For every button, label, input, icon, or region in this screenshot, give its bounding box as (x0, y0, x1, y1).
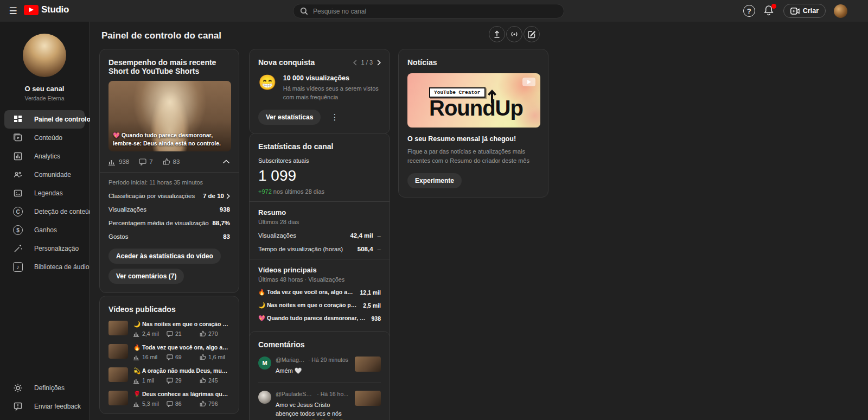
collapse-chevron-up-icon[interactable] (222, 160, 230, 164)
summary-value: 42,4 mil (350, 232, 373, 239)
summary-row: Visualizações 42,4 mil – (258, 232, 381, 239)
top-videos-subtitle: Últimas 48 horas · Visualizações (258, 276, 381, 283)
sidebar-item-content[interactable]: Conteúdo (0, 129, 89, 147)
sidebar-item-label: Painel de controlo (34, 116, 91, 123)
hamburger-menu-icon[interactable]: ☰ (7, 4, 20, 17)
kebab-menu-icon[interactable]: ⋮ (330, 112, 339, 122)
video-comments: 69 (175, 354, 182, 360)
commenter-avatar: M (258, 357, 271, 370)
sidebar-item-send-feedback[interactable]: Enviar feedback (0, 397, 89, 416)
sidebar-item-copyright[interactable]: C Deteção de conteúdo (0, 202, 89, 221)
video-title: 🔥 Toda vez que você ora, algo acontece n… (133, 344, 230, 351)
stat-label: Percentagem média de visualização (108, 220, 209, 226)
views-chart-icon (133, 401, 140, 407)
video-likes: 796 (208, 400, 218, 407)
sidebar-item-label: Deteção de conteúdo (34, 208, 96, 215)
comment-video-thumbnail (355, 357, 381, 372)
video-analytics-button[interactable]: Aceder às estatísticas do vídeo (108, 249, 221, 264)
sidebar-item-earnings[interactable]: $ Ganhos (0, 221, 89, 239)
search-input[interactable] (313, 8, 557, 15)
comment-author: @PauladeSouzaSilva-w... (276, 391, 314, 397)
trend-dash: – (378, 246, 381, 252)
channel-avatar[interactable] (23, 34, 66, 77)
subscribers-delta: +972 (258, 188, 272, 195)
notifications-bell-icon[interactable] (763, 4, 775, 17)
pager-next-icon[interactable] (377, 60, 381, 66)
video-title: 🌙 Nas noites em que o coração pesa, Deus… (133, 321, 230, 328)
summary-row: Tempo de visualização (horas) 508,4 – (258, 246, 381, 252)
chevron-right-icon (226, 193, 230, 199)
top-video-row[interactable]: 🌙 Nas noites em que o coração pesa, Deus… (258, 302, 381, 309)
sidebar-item-audio-library[interactable]: ♪ Biblioteca de áudio (0, 258, 89, 276)
video-likes: 245 (208, 377, 218, 384)
top-video-row[interactable]: 🔥 Toda vez que você ora, algo acontece n… (258, 289, 381, 296)
sidebar-item-label: Definições (34, 384, 65, 392)
top-video-views: 2,5 mil (363, 302, 381, 309)
likes-icon (200, 400, 206, 407)
sidebar-item-analytics[interactable]: Analytics (0, 147, 89, 166)
stat-value: 7 de 10 (203, 193, 224, 199)
stat-label: Visualizações (108, 206, 146, 213)
published-video-row[interactable]: 🔥 Toda vez que você ora, algo acontece n… (108, 344, 230, 360)
sidebar-item-customization[interactable]: Personalização (0, 239, 89, 258)
main-content: Painel de controlo do canal Desempenho d… (90, 22, 868, 420)
go-live-button[interactable] (506, 26, 522, 42)
short-stat-row: Gostos 83 (108, 233, 230, 240)
sidebar-item-settings[interactable]: Definições (0, 379, 89, 397)
video-title: 🌹 Deus conhece as lágrimas que ninguém v… (133, 391, 230, 398)
sidebar-item-dashboard[interactable]: Painel de controlo (4, 110, 85, 129)
comments-icon (167, 401, 173, 407)
help-icon[interactable]: ? (743, 5, 755, 17)
youtube-studio-logo[interactable]: Studio (24, 4, 69, 15)
published-video-row[interactable]: 🌙 Nas noites em que o coração pesa, Deus… (108, 321, 230, 337)
comment-time: · Há 20 minutos (308, 357, 348, 363)
divider (250, 259, 390, 259)
video-likes: 270 (208, 330, 218, 337)
create-button[interactable]: Criar (783, 4, 826, 18)
top-video-views: 12,1 mil (360, 289, 381, 296)
summary-title: Resumo (258, 208, 381, 217)
see-comments-button[interactable]: Ver comentários (7) (108, 269, 184, 284)
likes-icon (200, 377, 206, 384)
upload-video-button[interactable] (489, 26, 505, 42)
short-video-thumbnail[interactable]: 💖 Quando tudo parece desmoronar, lembre-… (108, 81, 231, 151)
achievement-emoji: 😁 (258, 75, 277, 102)
search-icon (300, 7, 308, 15)
sidebar-item-community[interactable]: Comunidade (0, 166, 89, 184)
try-it-button[interactable]: Experimente (407, 173, 462, 188)
dollar-icon: $ (13, 225, 23, 235)
see-stats-button[interactable]: Ver estatísticas (258, 110, 321, 125)
comment-row[interactable]: M @MariageneciSousa · Há 20 minutos Amém… (258, 357, 381, 376)
stat-label: Gostos (108, 233, 128, 240)
short-stat-row[interactable]: Classificação por visualizações 7 de 10 (108, 193, 230, 199)
comment-text: Amém 🤍 (276, 366, 348, 376)
top-bar: ☰ Studio ? Criar (0, 0, 868, 22)
top-video-title: 🌙 Nas noites em que o coração pesa, Deus… (258, 302, 363, 309)
account-avatar[interactable] (834, 4, 847, 18)
sidebar-item-label: Conteúdo (34, 134, 62, 142)
divider (100, 172, 239, 173)
likes-icon (200, 330, 206, 337)
views-chart-icon (133, 354, 140, 360)
published-videos-card: Vídeos publicados 🌙 Nas noites em que o … (99, 296, 239, 414)
subscribers-delta-suffix: nos últimos 28 dias (273, 188, 324, 195)
create-button-label: Criar (803, 7, 819, 15)
sidebar-item-subtitles[interactable]: Legendas (0, 184, 89, 202)
page-title: Painel de controlo do canal (101, 30, 221, 41)
published-video-row[interactable]: 💫 A oração não muda Deus, muda a sua alm… (108, 367, 230, 384)
news-banner[interactable]: YouTube Creator RoundUp (407, 73, 540, 128)
sidebar-item-label: Comunidade (34, 171, 71, 179)
sidebar-item-label: Ganhos (34, 226, 57, 234)
arrow-up-graphic (487, 90, 497, 104)
content-icon (13, 133, 23, 143)
comment-row[interactable]: @PauladeSouzaSilva-w... · Há 16 ho... Am… (258, 391, 381, 420)
comments-icon (167, 354, 173, 360)
sidebar-item-label: Personalização (34, 245, 79, 252)
published-video-row[interactable]: 🌹 Deus conhece as lágrimas que ninguém v… (108, 391, 230, 407)
channel-stats-title: Estatísticas do canal (258, 142, 381, 151)
top-video-row[interactable]: 💖 Quando tudo parece desmoronar, lembre-… (258, 315, 381, 322)
edit-button[interactable] (524, 26, 540, 42)
pager-prev-icon[interactable] (353, 60, 357, 66)
search-bar[interactable] (293, 4, 564, 18)
commenter-avatar (258, 391, 271, 404)
